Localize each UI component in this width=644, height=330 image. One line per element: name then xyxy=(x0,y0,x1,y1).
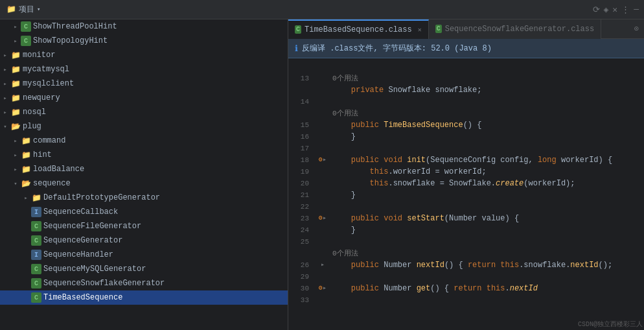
code-line: 0个用法 xyxy=(288,108,644,119)
line-content: } xyxy=(330,189,644,201)
class-c-icon: C xyxy=(31,264,41,274)
tree-arrow-closed-icon xyxy=(21,194,31,202)
tree-arrow-closed-icon xyxy=(0,52,10,59)
code-line: 18⚙▸ public void init(SequenceConfig con… xyxy=(288,154,644,166)
class-c-icon: C xyxy=(31,235,41,246)
folder-open-icon: 📂 xyxy=(21,178,31,189)
sidebar-item-mycatmysql[interactable]: 📁mycatmysql xyxy=(0,62,288,77)
tree-item-label: SequenceMySQLGenerator xyxy=(43,265,146,274)
line-content: 0个用法 xyxy=(330,108,644,119)
sidebar-item-sequencegenerator[interactable]: CSequenceGenerator xyxy=(0,233,288,248)
code-line: 16 } xyxy=(288,131,644,143)
line-content: public Number nextId() { return this.sno… xyxy=(330,259,644,271)
sidebar-item-nosql[interactable]: 📁nosql xyxy=(0,105,288,119)
tree-arrow-closed-icon xyxy=(0,66,10,73)
line-number: 24 xyxy=(288,224,316,236)
sidebar-item-sequencesnowflakegenerator[interactable]: CSequenceSnowflakeGenerator xyxy=(0,276,288,290)
sidebar-item-plug[interactable]: 📂plug xyxy=(0,119,288,134)
top-bar-actions: ⟳ ◈ ✕ ⋮ — xyxy=(593,5,644,15)
project-title[interactable]: 📁 项目 ▾ xyxy=(0,4,47,15)
sidebar-item-sequencecallback[interactable]: ISequenceCallback xyxy=(0,205,288,219)
sidebar-item-monitor[interactable]: 📁monitor xyxy=(0,48,288,62)
sidebar-item-mysqlclient[interactable]: 📁mysqlclient xyxy=(0,77,288,91)
sidebar-item-sequencehandler[interactable]: ISequenceHandler xyxy=(0,248,288,262)
tree-item-label: mysqlclient xyxy=(23,79,74,88)
tree-arrow-open-icon xyxy=(0,123,10,130)
code-line: 33 xyxy=(288,294,644,306)
interface-icon: I xyxy=(31,207,41,217)
tree-item-label: command xyxy=(33,136,65,145)
folder-closed-icon: 📁 xyxy=(21,136,31,146)
info-text: 反编译 .class文件, 字节码版本: 52.0 (Java 8) xyxy=(302,43,492,54)
settings-icon[interactable]: ◈ xyxy=(604,5,609,15)
line-content: 0个用法 xyxy=(330,73,644,84)
line-number: 15 xyxy=(288,119,316,131)
line-content xyxy=(330,96,644,108)
folder-closed-icon: 📁 xyxy=(10,93,21,103)
code-line: 23⚙▸ public void setStart(Number value) … xyxy=(288,213,644,224)
line-content: 0个用法 xyxy=(330,248,644,259)
sidebar-item-sequencefilegenerator[interactable]: CSequenceFileGenerator xyxy=(0,219,288,233)
code-line: 15 public TimeBasedSequence() { xyxy=(288,119,644,131)
code-line: 17 xyxy=(288,143,644,154)
main-layout: CShowThreadPoolHintCShowTopologyHint📁mon… xyxy=(0,19,644,330)
code-line: 29 xyxy=(288,271,644,283)
code-line: 130个用法 xyxy=(288,73,644,84)
sidebar-item-showthreadpoolhint[interactable]: CShowThreadPoolHint xyxy=(0,19,288,34)
tree-arrow-closed-icon xyxy=(0,109,10,116)
sidebar: CShowThreadPoolHintCShowTopologyHint📁mon… xyxy=(0,19,288,330)
folder-closed-icon: 📁 xyxy=(21,164,31,174)
tree-arrow-closed-icon xyxy=(0,95,10,102)
tree-item-label: SequenceSnowflakeGenerator xyxy=(43,279,165,288)
line-content xyxy=(330,294,644,306)
code-line: 24 } xyxy=(288,224,644,236)
close-icon[interactable]: ✕ xyxy=(612,5,617,15)
folder-closed-icon: 📁 xyxy=(10,64,21,75)
code-line: 25 xyxy=(288,236,644,248)
sidebar-item-newquery[interactable]: 📁newquery xyxy=(0,91,288,105)
line-gutter: ▸ xyxy=(316,259,330,271)
minimize-icon[interactable]: — xyxy=(634,5,639,14)
sidebar-item-showtopologyhint[interactable]: CShowTopologyHint xyxy=(0,34,288,48)
tree-arrow-closed-icon xyxy=(10,38,21,45)
sidebar-item-loadbalance[interactable]: 📁loadBalance xyxy=(0,162,288,176)
sidebar-item-hint[interactable]: 📁hint xyxy=(0,148,288,162)
line-number: 33 xyxy=(288,294,316,306)
code-line: 30⚙▸ public Number get() { return this.n… xyxy=(288,283,644,294)
tree-item-label: mycatmysql xyxy=(23,65,69,74)
info-banner: ℹ 反编译 .class文件, 字节码版本: 52.0 (Java 8) xyxy=(288,39,644,58)
sidebar-item-sequencemysqlgenerator[interactable]: CSequenceMySQLGenerator xyxy=(0,262,288,276)
tab-label: SequenceSnowflakeGenerator.class xyxy=(445,25,594,34)
tab-snowflake[interactable]: C SequenceSnowflakeGenerator.class xyxy=(429,19,601,39)
tree-item-label: ShowTopologyHint xyxy=(33,36,108,45)
more-icon[interactable]: ⋮ xyxy=(621,5,630,15)
tree-item-label: SequenceGenerator xyxy=(43,236,122,245)
code-line: 0个用法 xyxy=(288,248,644,259)
sidebar-item-sequence[interactable]: 📂sequence xyxy=(0,176,288,191)
tab-timebased[interactable]: C TimeBasedSequence.class ✕ xyxy=(288,19,429,39)
line-number: 21 xyxy=(288,189,316,201)
line-gutter: ⚙▸ xyxy=(316,154,330,166)
refresh-icon[interactable]: ⟳ xyxy=(593,5,600,15)
folder-closed-icon: 📁 xyxy=(31,193,41,203)
line-gutter: ⚙▸ xyxy=(316,283,330,294)
tree-item-label: DefaultPrototypeGenerator xyxy=(43,193,160,202)
sidebar-item-defaultprototypegenerator[interactable]: 📁DefaultPrototypeGenerator xyxy=(0,191,288,205)
sidebar-item-command[interactable]: 📁command xyxy=(0,134,288,148)
line-content: } xyxy=(330,131,644,143)
sidebar-item-timebasedsequence[interactable]: CTimeBasedSequence xyxy=(0,290,288,305)
tab-close-icon[interactable]: ✕ xyxy=(418,26,422,34)
code-line: 19 this.workerId = workerId; xyxy=(288,166,644,178)
tree-item-label: plug xyxy=(23,122,41,131)
class-c-icon: C xyxy=(31,221,41,231)
code-editor[interactable]: 130个用法 private Snowflake snowflake;14 0个… xyxy=(288,58,644,330)
line-content xyxy=(330,271,644,283)
code-line xyxy=(288,61,644,73)
line-number: 17 xyxy=(288,143,316,154)
tree-item-label: ShowThreadPoolHint xyxy=(33,22,117,31)
folder-closed-icon: 📁 xyxy=(10,78,21,89)
line-number: 13 xyxy=(288,73,316,84)
tab-overflow[interactable]: ⊙ xyxy=(629,24,644,34)
chevron-down-icon: ▾ xyxy=(37,6,40,13)
tab-label: TimeBasedSequence.class xyxy=(305,25,412,34)
